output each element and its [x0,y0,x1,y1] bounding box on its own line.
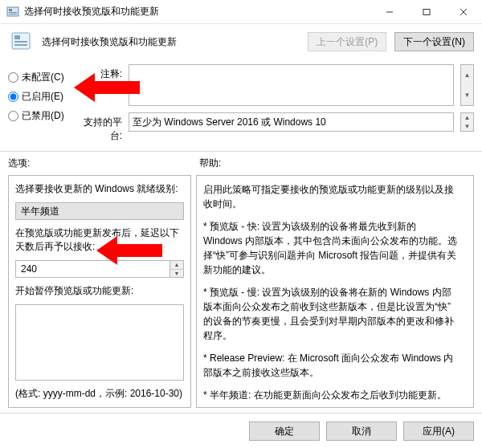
mid-labels: 选项: 帮助: [0,152,482,175]
radio-enabled[interactable]: 已启用(E) [8,87,66,106]
options-label: 选项: [8,157,191,170]
help-p5: * 半年频道: 在功能更新面向公众发布之后收到功能更新。 [203,388,457,402]
help-label: 帮助: [199,157,474,170]
ok-button[interactable]: 确定 [249,422,320,441]
comment-scrollbar[interactable]: ▲▼ [460,64,474,106]
radio-disabled-label: 已禁用(D) [22,109,64,123]
spin-down-button[interactable]: ▼ [170,270,183,278]
help-p3: * 预览版 - 慢: 设置为该级别的设备将在新的 Windows 内部版本面向公… [203,285,457,343]
svg-rect-5 [423,9,430,14]
minimize-button[interactable] [371,0,408,23]
radio-unconfigured[interactable]: 未配置(C) [8,67,66,87]
policy-icon [8,29,34,55]
svg-rect-9 [14,35,20,39]
radio-disabled-input[interactable] [8,111,18,121]
radio-unconfigured-input[interactable] [8,72,18,83]
next-setting-button[interactable]: 下一个设置(N) [394,32,474,51]
apply-button[interactable]: 应用(A) [403,422,474,441]
spin-up-button[interactable]: ▲ [170,261,183,270]
cancel-button[interactable]: 取消 [326,422,397,441]
maximize-button[interactable] [408,0,445,23]
help-pane[interactable]: 启用此策略可指定要接收的预览版或功能更新的级别以及接收时间。 * 预览版 - 快… [196,175,474,408]
ring-value[interactable]: 半年频道 [15,202,184,220]
radio-enabled-input[interactable] [8,92,18,102]
radio-disabled[interactable]: 已禁用(D) [8,106,66,125]
platform-scrollbar[interactable]: ▲▼ [460,112,474,132]
titlebar: 选择何时接收预览版和功能更新 [0,0,482,24]
svg-rect-3 [9,14,17,14]
policy-editor-icon [6,6,19,18]
config-area: 未配置(C) 已启用(E) 已禁用(D) 注释: ▲▼ 支持的平台: 至少为 W… [0,61,482,152]
pause-label: 开始暂停预览版或功能更新: [15,284,184,298]
svg-rect-11 [14,44,27,46]
platform-field: 至少为 Windows Server 2016 或 Windows 10 [129,112,454,132]
ring-label: 选择要接收更新的 Windows 就绪级别: [15,182,184,196]
close-button[interactable] [445,0,482,23]
defer-label: 在预览版或功能更新发布后，延迟以下天数后再予以接收: [15,226,184,254]
header-caption: 选择何时接收预览版和功能更新 [42,35,300,49]
defer-days-input[interactable] [15,260,170,278]
help-p4: * Release Preview: 在 Microsoft 面向公众发布 Wi… [203,351,457,380]
svg-rect-2 [9,12,17,13]
header-strip: 选择何时接收预览版和功能更新 上一个设置(P) 下一个设置(N) [0,24,482,61]
svg-rect-1 [9,9,12,11]
lower-area: 选择要接收更新的 Windows 就绪级别: 半年频道 在预览版或功能更新发布后… [0,175,482,413]
radio-enabled-label: 已启用(E) [22,90,63,104]
prev-setting-button[interactable]: 上一个设置(P) [308,32,386,51]
svg-rect-10 [14,41,27,43]
comment-label: 注释: [74,64,122,81]
footer: 确定 取消 应用(A) [0,413,482,448]
help-p1: 启用此策略可指定要接收的预览版或功能更新的级别以及接收时间。 [203,182,457,211]
radio-unconfigured-label: 未配置(C) [22,71,64,84]
platform-label: 支持的平台: [74,112,122,143]
format-hint: (格式: yyyy-mm-dd，示例: 2016-10-30) [15,387,184,401]
window-title: 选择何时接收预览版和功能更新 [24,5,371,18]
options-pane: 选择要接收更新的 Windows 就绪级别: 半年频道 在预览版或功能更新发布后… [8,175,191,408]
help-p2: * 预览版 - 快: 设置为该级别的设备将最先收到新的 Windows 内部版本… [203,219,457,277]
pause-date-input[interactable] [15,304,184,381]
svg-rect-0 [7,7,18,16]
comment-field[interactable] [129,64,454,106]
